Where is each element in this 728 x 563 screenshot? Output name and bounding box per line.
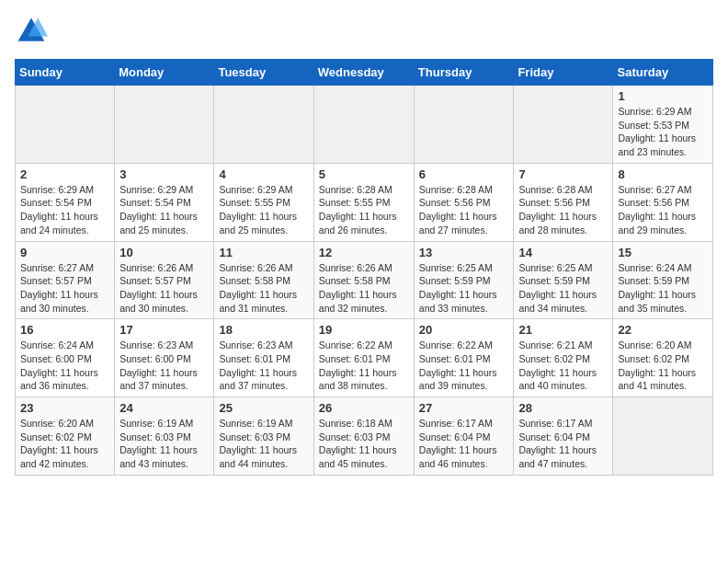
calendar-cell: 25Sunrise: 6:19 AM Sunset: 6:03 PM Dayli… bbox=[214, 397, 313, 476]
day-info: Sunrise: 6:26 AM Sunset: 5:58 PM Dayligh… bbox=[219, 261, 308, 316]
week-row-5: 23Sunrise: 6:20 AM Sunset: 6:02 PM Dayli… bbox=[16, 397, 713, 476]
day-info: Sunrise: 6:29 AM Sunset: 5:54 PM Dayligh… bbox=[119, 183, 209, 237]
calendar-cell: 15Sunrise: 6:24 AM Sunset: 5:59 PM Dayli… bbox=[613, 241, 713, 319]
day-number: 22 bbox=[618, 323, 708, 337]
day-info: Sunrise: 6:26 AM Sunset: 5:57 PM Dayligh… bbox=[119, 261, 209, 316]
logo bbox=[15, 15, 51, 48]
calendar-cell: 13Sunrise: 6:25 AM Sunset: 5:59 PM Dayli… bbox=[414, 241, 514, 319]
calendar-cell: 22Sunrise: 6:20 AM Sunset: 6:02 PM Dayli… bbox=[613, 319, 713, 397]
calendar-cell bbox=[16, 86, 115, 164]
day-number: 27 bbox=[419, 401, 509, 415]
day-info: Sunrise: 6:29 AM Sunset: 5:53 PM Dayligh… bbox=[618, 105, 708, 159]
day-info: Sunrise: 6:27 AM Sunset: 5:56 PM Dayligh… bbox=[618, 183, 708, 237]
day-number: 23 bbox=[20, 401, 109, 415]
calendar-cell: 3Sunrise: 6:29 AM Sunset: 5:54 PM Daylig… bbox=[115, 163, 214, 241]
day-info: Sunrise: 6:17 AM Sunset: 6:04 PM Dayligh… bbox=[518, 417, 608, 471]
day-number: 25 bbox=[219, 401, 308, 415]
calendar-cell: 10Sunrise: 6:26 AM Sunset: 5:57 PM Dayli… bbox=[115, 241, 214, 319]
day-number: 12 bbox=[319, 246, 409, 259]
day-info: Sunrise: 6:28 AM Sunset: 5:56 PM Dayligh… bbox=[419, 183, 509, 237]
day-info: Sunrise: 6:17 AM Sunset: 6:04 PM Dayligh… bbox=[419, 417, 509, 471]
calendar-cell: 16Sunrise: 6:24 AM Sunset: 6:00 PM Dayli… bbox=[16, 319, 115, 397]
calendar-cell: 28Sunrise: 6:17 AM Sunset: 6:04 PM Dayli… bbox=[514, 397, 613, 476]
calendar-cell: 14Sunrise: 6:25 AM Sunset: 5:59 PM Dayli… bbox=[514, 241, 613, 319]
calendar-cell: 20Sunrise: 6:22 AM Sunset: 6:01 PM Dayli… bbox=[414, 319, 514, 397]
calendar-header: SundayMondayTuesdayWednesdayThursdayFrid… bbox=[16, 60, 713, 86]
calendar-cell bbox=[414, 86, 514, 164]
day-number: 3 bbox=[119, 167, 209, 181]
day-number: 13 bbox=[419, 246, 509, 259]
calendar-cell bbox=[115, 86, 214, 164]
calendar-cell: 6Sunrise: 6:28 AM Sunset: 5:56 PM Daylig… bbox=[414, 163, 514, 241]
day-number: 17 bbox=[119, 323, 209, 337]
day-number: 2 bbox=[20, 167, 109, 181]
day-number: 11 bbox=[219, 246, 308, 259]
logo-icon bbox=[15, 15, 48, 48]
day-number: 20 bbox=[419, 323, 509, 337]
calendar-cell: 21Sunrise: 6:21 AM Sunset: 6:02 PM Dayli… bbox=[514, 319, 613, 397]
header-row: SundayMondayTuesdayWednesdayThursdayFrid… bbox=[16, 60, 713, 86]
calendar-cell bbox=[613, 397, 713, 476]
calendar-cell: 7Sunrise: 6:28 AM Sunset: 5:56 PM Daylig… bbox=[514, 163, 613, 241]
day-number: 4 bbox=[219, 167, 308, 181]
day-info: Sunrise: 6:22 AM Sunset: 6:01 PM Dayligh… bbox=[319, 339, 409, 393]
day-info: Sunrise: 6:28 AM Sunset: 5:55 PM Dayligh… bbox=[319, 183, 409, 237]
day-number: 7 bbox=[518, 167, 608, 181]
calendar-cell: 12Sunrise: 6:26 AM Sunset: 5:58 PM Dayli… bbox=[313, 241, 414, 319]
day-number: 21 bbox=[518, 323, 608, 337]
day-number: 14 bbox=[518, 246, 608, 259]
day-info: Sunrise: 6:20 AM Sunset: 6:02 PM Dayligh… bbox=[618, 339, 708, 393]
day-info: Sunrise: 6:18 AM Sunset: 6:03 PM Dayligh… bbox=[319, 417, 409, 471]
day-number: 6 bbox=[419, 167, 509, 181]
day-info: Sunrise: 6:23 AM Sunset: 6:01 PM Dayligh… bbox=[219, 339, 308, 393]
day-number: 5 bbox=[319, 167, 409, 181]
calendar-cell: 19Sunrise: 6:22 AM Sunset: 6:01 PM Dayli… bbox=[313, 319, 414, 397]
calendar-cell: 4Sunrise: 6:29 AM Sunset: 5:55 PM Daylig… bbox=[214, 163, 313, 241]
day-info: Sunrise: 6:25 AM Sunset: 5:59 PM Dayligh… bbox=[518, 261, 608, 316]
day-info: Sunrise: 6:28 AM Sunset: 5:56 PM Dayligh… bbox=[518, 183, 608, 237]
calendar-cell: 1Sunrise: 6:29 AM Sunset: 5:53 PM Daylig… bbox=[613, 86, 713, 164]
calendar-cell: 26Sunrise: 6:18 AM Sunset: 6:03 PM Dayli… bbox=[313, 397, 414, 476]
day-info: Sunrise: 6:23 AM Sunset: 6:00 PM Dayligh… bbox=[119, 339, 209, 393]
page-header bbox=[15, 15, 713, 48]
day-number: 15 bbox=[618, 246, 708, 259]
day-info: Sunrise: 6:22 AM Sunset: 6:01 PM Dayligh… bbox=[419, 339, 509, 393]
week-row-1: 1Sunrise: 6:29 AM Sunset: 5:53 PM Daylig… bbox=[16, 86, 713, 164]
day-info: Sunrise: 6:29 AM Sunset: 5:54 PM Dayligh… bbox=[20, 183, 109, 237]
day-info: Sunrise: 6:21 AM Sunset: 6:02 PM Dayligh… bbox=[518, 339, 608, 393]
day-info: Sunrise: 6:29 AM Sunset: 5:55 PM Dayligh… bbox=[219, 183, 308, 237]
day-info: Sunrise: 6:27 AM Sunset: 5:57 PM Dayligh… bbox=[20, 261, 109, 316]
calendar-table: SundayMondayTuesdayWednesdayThursdayFrid… bbox=[15, 59, 713, 476]
day-number: 18 bbox=[219, 323, 308, 337]
day-header-sunday: Sunday bbox=[16, 60, 115, 86]
calendar-cell: 18Sunrise: 6:23 AM Sunset: 6:01 PM Dayli… bbox=[214, 319, 313, 397]
calendar-cell: 8Sunrise: 6:27 AM Sunset: 5:56 PM Daylig… bbox=[613, 163, 713, 241]
week-row-2: 2Sunrise: 6:29 AM Sunset: 5:54 PM Daylig… bbox=[16, 163, 713, 241]
day-header-saturday: Saturday bbox=[613, 60, 713, 86]
day-number: 10 bbox=[119, 246, 209, 259]
week-row-4: 16Sunrise: 6:24 AM Sunset: 6:00 PM Dayli… bbox=[16, 319, 713, 397]
day-info: Sunrise: 6:20 AM Sunset: 6:02 PM Dayligh… bbox=[20, 417, 109, 471]
day-number: 19 bbox=[319, 323, 409, 337]
day-header-monday: Monday bbox=[115, 60, 214, 86]
day-info: Sunrise: 6:24 AM Sunset: 5:59 PM Dayligh… bbox=[618, 261, 708, 316]
day-number: 26 bbox=[319, 401, 409, 415]
week-row-3: 9Sunrise: 6:27 AM Sunset: 5:57 PM Daylig… bbox=[16, 241, 713, 319]
day-info: Sunrise: 6:19 AM Sunset: 6:03 PM Dayligh… bbox=[219, 417, 308, 471]
calendar-cell bbox=[214, 86, 313, 164]
day-header-friday: Friday bbox=[514, 60, 613, 86]
calendar-cell: 9Sunrise: 6:27 AM Sunset: 5:57 PM Daylig… bbox=[16, 241, 115, 319]
day-number: 16 bbox=[20, 323, 109, 337]
day-info: Sunrise: 6:24 AM Sunset: 6:00 PM Dayligh… bbox=[20, 339, 109, 393]
calendar-cell bbox=[514, 86, 613, 164]
calendar-cell: 11Sunrise: 6:26 AM Sunset: 5:58 PM Dayli… bbox=[214, 241, 313, 319]
day-info: Sunrise: 6:19 AM Sunset: 6:03 PM Dayligh… bbox=[119, 417, 209, 471]
day-info: Sunrise: 6:26 AM Sunset: 5:58 PM Dayligh… bbox=[319, 261, 409, 316]
day-number: 8 bbox=[618, 167, 708, 181]
day-number: 1 bbox=[618, 89, 708, 103]
calendar-cell: 23Sunrise: 6:20 AM Sunset: 6:02 PM Dayli… bbox=[16, 397, 115, 476]
day-number: 28 bbox=[518, 401, 608, 415]
calendar-cell bbox=[313, 86, 414, 164]
day-header-thursday: Thursday bbox=[414, 60, 514, 86]
day-info: Sunrise: 6:25 AM Sunset: 5:59 PM Dayligh… bbox=[419, 261, 509, 316]
